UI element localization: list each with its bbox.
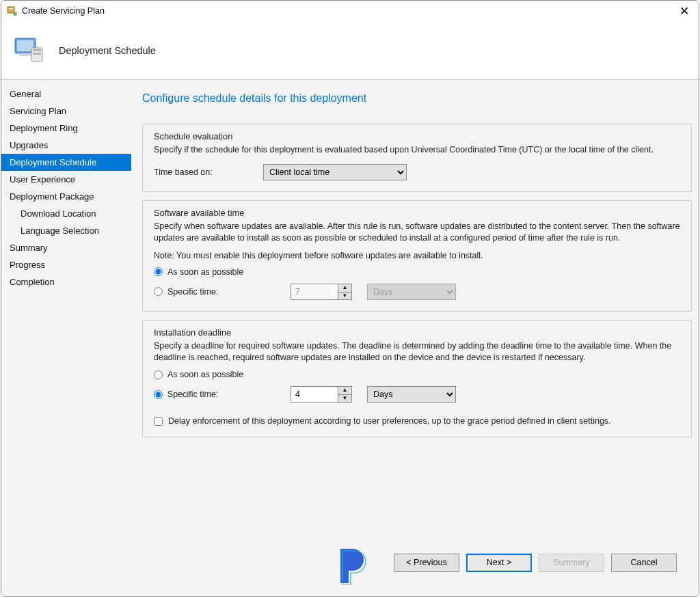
time-based-on-dropdown[interactable]: Client local time <box>263 164 407 180</box>
deadline-unit-dropdown[interactable]: Days <box>367 386 456 403</box>
sidebar-item-user-experience[interactable]: User Experience <box>1 171 131 188</box>
group-desc: Specify if the schedule for this deploym… <box>154 144 680 156</box>
group-title: Installation deadline <box>154 327 680 338</box>
sidebar-item-deployment-package[interactable]: Deployment Package <box>1 188 131 205</box>
checkbox-delay-enforcement[interactable] <box>154 417 163 426</box>
group-installation-deadline: Installation deadline Specify a deadline… <box>142 320 692 438</box>
sidebar-item-summary[interactable]: Summary <box>1 239 131 256</box>
spinner-up-icon: ▲ <box>338 284 351 292</box>
previous-button[interactable]: < Previous <box>394 554 459 572</box>
sidebar-item-download-location[interactable]: Download Location <box>1 205 131 222</box>
wizard-header: Deployment Schedule <box>1 21 699 80</box>
next-button[interactable]: Next > <box>466 554 532 572</box>
group-desc: Specify a deadline for required software… <box>154 340 680 364</box>
sidebar-item-servicing-plan[interactable]: Servicing Plan <box>1 103 131 120</box>
sidebar-item-language-selection[interactable]: Language Selection <box>1 222 131 239</box>
sidebar-item-progress[interactable]: Progress <box>1 256 131 273</box>
app-icon <box>7 5 18 16</box>
group-desc: Specify when software updates are availa… <box>154 221 680 244</box>
radio-available-asap[interactable] <box>154 267 163 276</box>
sidebar-item-general[interactable]: General <box>1 85 131 103</box>
group-title: Schedule evaluation <box>154 131 680 141</box>
titlebar: Create Servicing Plan ✕ <box>1 1 699 21</box>
svg-rect-8 <box>33 49 41 51</box>
radio-deadline-asap[interactable] <box>154 370 163 379</box>
spinner-up-icon[interactable]: ▲ <box>338 387 351 394</box>
svg-rect-5 <box>17 40 33 51</box>
wizard-footer: < Previous Next > Summary Cancel <box>142 541 692 584</box>
sidebar-item-deployment-schedule[interactable]: Deployment Schedule <box>1 154 131 171</box>
computer-icon <box>12 34 45 67</box>
deadline-value-spinner[interactable]: ▲ ▼ <box>291 386 352 403</box>
deadline-value-input[interactable] <box>291 388 332 400</box>
wizard-sidebar: General Servicing Plan Deployment Ring U… <box>1 80 131 596</box>
available-value-input <box>291 286 332 298</box>
content-heading: Configure schedule details for this depl… <box>142 92 692 105</box>
spinner-down-icon[interactable]: ▼ <box>338 394 351 402</box>
svg-rect-2 <box>9 10 13 10</box>
available-unit-dropdown: Days <box>367 284 456 300</box>
content-panel: Configure schedule details for this depl… <box>131 80 699 596</box>
svg-point-3 <box>13 12 17 16</box>
svg-rect-6 <box>19 53 31 56</box>
radio-deadline-specific-label: Specific time: <box>167 390 291 399</box>
time-based-on-label: Time based on: <box>154 167 263 177</box>
sidebar-item-completion[interactable]: Completion <box>1 273 131 290</box>
window-title: Create Servicing Plan <box>22 6 675 16</box>
spinner-down-icon: ▼ <box>338 292 351 299</box>
wizard-window: Create Servicing Plan ✕ Deployment Sched… <box>1 0 699 597</box>
svg-rect-1 <box>9 8 13 9</box>
sidebar-item-deployment-ring[interactable]: Deployment Ring <box>1 120 131 137</box>
svg-rect-9 <box>33 53 41 55</box>
group-software-available: Software available time Specify when sof… <box>142 200 692 312</box>
close-icon[interactable]: ✕ <box>675 4 693 18</box>
cancel-button[interactable]: Cancel <box>611 554 677 572</box>
available-value-spinner[interactable]: ▲ ▼ <box>291 284 352 300</box>
radio-available-asap-label: As soon as possible <box>167 267 291 277</box>
radio-deadline-asap-label: As soon as possible <box>167 370 291 379</box>
group-title: Software available time <box>154 208 680 218</box>
radio-available-specific-label: Specific time: <box>167 287 291 297</box>
summary-button: Summary <box>539 554 604 572</box>
group-schedule-evaluation: Schedule evaluation Specify if the sched… <box>142 124 692 192</box>
radio-deadline-specific[interactable] <box>154 390 163 399</box>
page-title: Deployment Schedule <box>59 45 156 56</box>
note-text: Note: You must enable this deployment be… <box>154 251 680 260</box>
checkbox-delay-enforcement-label: Delay enforcement of this deployment acc… <box>168 416 611 426</box>
radio-available-specific[interactable] <box>154 287 163 296</box>
body: General Servicing Plan Deployment Ring U… <box>1 80 699 596</box>
sidebar-item-upgrades[interactable]: Upgrades <box>1 137 131 154</box>
